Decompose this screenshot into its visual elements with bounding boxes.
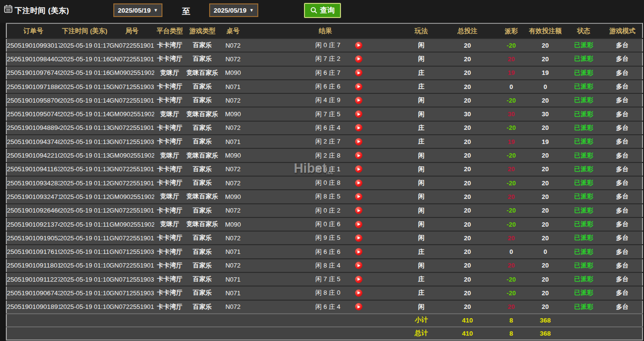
cell-bet-time: 2025-05-19 01:11:17 [60, 245, 109, 258]
replay-play-icon[interactable] [355, 97, 362, 104]
cell-total-bet: 20 [438, 272, 497, 286]
cell-game-type: 百家乐 [185, 93, 219, 107]
cell-table-no: N072 [219, 259, 247, 272]
cell-bet-side: 闲 [404, 259, 438, 272]
cell-bet-side: 闲 [404, 231, 438, 245]
cell-result: 闲 6 庄 4 [247, 300, 404, 314]
cell-bet-time: 2025-05-19 01:16:12 [60, 66, 109, 80]
cell-game-mode: 多台 [603, 66, 643, 80]
replay-play-icon[interactable] [355, 193, 362, 200]
col-header-valid-bet: 有效投注额 [526, 23, 565, 38]
cell-valid-bet: 20 [526, 204, 565, 217]
cell-status: 已派彩 [565, 80, 603, 93]
replay-play-icon[interactable] [355, 276, 362, 283]
cell-valid-bet: 20 [526, 231, 565, 245]
cell-game-type: 百家乐 [185, 286, 219, 300]
cell-platform: 卡卡湾厅 [154, 245, 185, 258]
col-header-platform: 平台类型 [154, 23, 185, 38]
cell-bet-time: 2025-05-19 01:13:30 [60, 135, 109, 148]
total-payout: 8 [497, 327, 526, 340]
calendar-icon [4, 4, 13, 13]
cell-table-no: N071 [219, 80, 247, 93]
replay-play-icon[interactable] [355, 138, 362, 145]
cell-status: 已派彩 [565, 259, 603, 272]
cell-order-id: 250519010942210 [6, 148, 60, 162]
cell-bet-time: 2025-05-19 01:13:21 [60, 148, 109, 162]
cell-platform: 卡卡湾厅 [154, 231, 185, 245]
cell-order-id: 250519010921374 [6, 217, 60, 231]
replay-play-icon[interactable] [355, 83, 362, 90]
cell-order-id: 250519010943748 [6, 135, 60, 148]
cell-bet-side: 闲 [404, 148, 438, 162]
cell-valid-bet: 0 [526, 245, 565, 258]
cell-game-mode: 多台 [603, 93, 643, 107]
cell-total-bet: 20 [438, 38, 497, 52]
cell-round-id: GN0722551901O [109, 231, 154, 245]
cell-result: 闲 0 庄 7 [247, 38, 404, 52]
query-button[interactable]: 查询 [304, 3, 341, 18]
replay-play-icon[interactable] [355, 179, 362, 187]
replay-play-icon[interactable] [355, 152, 362, 159]
cell-table-no: N072 [219, 121, 247, 135]
replay-play-icon[interactable] [355, 55, 362, 63]
replay-play-icon[interactable] [355, 262, 362, 269]
replay-play-icon[interactable] [355, 221, 362, 228]
cell-game-mode: 多台 [603, 148, 643, 162]
date-from-picker[interactable]: 2025/05/19 ▼ [113, 3, 162, 17]
cell-round-id: GM0902551902A [109, 107, 154, 121]
replay-play-icon[interactable] [355, 248, 362, 255]
date-to-picker[interactable]: 2025/05/19 ▼ [209, 3, 258, 17]
result-score: 闲 6 庄 4 [315, 303, 340, 311]
table-row: 250519010984402 2025-05-19 01:16:50 GN07… [6, 52, 643, 66]
cell-platform: 卡卡湾厅 [154, 286, 185, 300]
cell-status: 已派彩 [565, 272, 603, 286]
cell-game-type: 百家乐 [185, 176, 219, 190]
cell-order-id: 250519010901891 [6, 300, 60, 314]
cell-status: 已派彩 [565, 121, 603, 135]
cell-status: 已派彩 [565, 204, 603, 217]
cell-bet-side: 闲 [404, 52, 438, 66]
cell-payout: -20 [497, 272, 526, 286]
table-row: 250519010901891 2025-05-19 01:10:00 GN07… [6, 300, 643, 314]
cell-game-mode: 多台 [603, 52, 643, 66]
replay-play-icon[interactable] [355, 165, 362, 173]
replay-play-icon[interactable] [355, 124, 362, 131]
cell-payout: 30 [497, 107, 526, 121]
cell-valid-bet: 19 [526, 66, 565, 80]
cell-bet-time: 2025-05-19 01:15:48 [60, 80, 109, 93]
cell-bet-time: 2025-05-19 01:10:00 [60, 300, 109, 314]
cell-valid-bet: 20 [526, 148, 565, 162]
cell-table-no: M090 [219, 148, 247, 162]
replay-play-icon[interactable] [355, 69, 362, 76]
cell-round-id: GN0712551903I [109, 135, 154, 148]
cell-game-mode: 多台 [603, 135, 643, 148]
table-row: 250519010942210 2025-05-19 01:13:21 GM09… [6, 148, 643, 162]
cell-game-type: 百家乐 [185, 300, 219, 314]
cell-round-id: GM0902551902C [109, 66, 154, 80]
cell-bet-time: 2025-05-19 01:11:34 [60, 217, 109, 231]
cell-platform: 竞咪厅 [154, 66, 185, 80]
cell-order-id: 250519010917619 [6, 245, 60, 258]
replay-play-icon[interactable] [355, 303, 362, 310]
cell-result: 闲 6 庄 4 [247, 121, 404, 135]
cell-result: 闲 4 庄 9 [247, 93, 404, 107]
replay-play-icon[interactable] [355, 234, 362, 242]
cell-valid-bet: 20 [526, 176, 565, 190]
cell-game-mode: 多台 [603, 300, 643, 314]
replay-play-icon[interactable] [355, 207, 362, 214]
cell-total-bet: 20 [438, 286, 497, 300]
cell-payout: 20 [497, 190, 526, 203]
cell-table-no: N072 [219, 93, 247, 107]
result-score: 闲 6 庄 6 [315, 82, 340, 91]
col-header-game-type: 游戏类型 [185, 23, 219, 38]
replay-play-icon[interactable] [355, 110, 362, 118]
cell-status: 已派彩 [565, 66, 603, 80]
replay-play-icon[interactable] [355, 289, 362, 297]
cell-platform: 竞咪厅 [154, 190, 185, 203]
replay-play-icon[interactable] [355, 42, 362, 49]
cell-game-type: 百家乐 [185, 162, 219, 176]
cell-bet-side: 闲 [404, 38, 438, 52]
cell-payout: 0 [497, 245, 526, 258]
table-row: 250519010919052 2025-05-19 01:11:23 GN07… [6, 231, 643, 245]
cell-result: 闲 0 庄 6 [247, 217, 404, 231]
